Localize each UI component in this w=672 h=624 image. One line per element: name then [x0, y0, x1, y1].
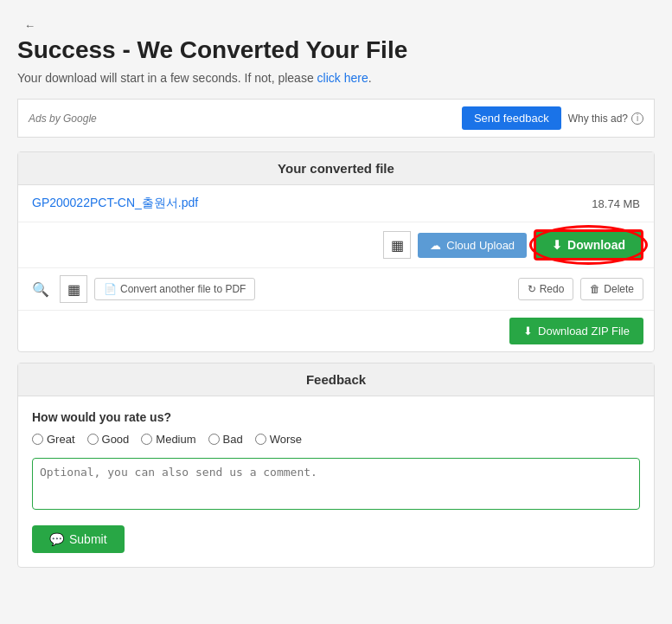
ads-label: Ads by Google — [29, 113, 97, 125]
rating-medium[interactable]: Medium — [141, 433, 195, 446]
download-zip-row: ⬇ Download ZIP File — [18, 311, 654, 351]
feedback-body: How would you rate us? Great Good Medium… — [18, 396, 654, 567]
search-button[interactable]: 🔍 — [29, 278, 53, 301]
why-ad-link[interactable]: Why this ad? i — [568, 113, 643, 125]
send-feedback-button[interactable]: Send feedback — [462, 106, 561, 130]
redo-button[interactable]: ↻ Redo — [518, 278, 574, 300]
comment-textarea[interactable] — [32, 458, 640, 510]
file-size: 18.74 MB — [592, 197, 640, 210]
ads-bar: Ads by Google Send feedback Why this ad?… — [17, 99, 655, 138]
rating-great[interactable]: Great — [32, 433, 75, 446]
feedback-header: Feedback — [18, 363, 654, 396]
subtitle: Your download will start in a few second… — [17, 71, 655, 85]
qr-symbol-bottom: ▦ — [67, 281, 80, 298]
qr-icon-bottom[interactable]: ▦ — [60, 275, 87, 303]
feedback-section: Feedback How would you rate us? Great Go… — [17, 363, 655, 568]
download-zip-button[interactable]: ⬇ Download ZIP File — [509, 318, 643, 344]
file-icon: 📄 — [104, 283, 117, 295]
page-title: Success - We Converted Your File — [17, 36, 655, 64]
qr-symbol: ▦ — [391, 237, 404, 254]
converted-header: Your converted file — [18, 152, 654, 185]
trash-icon: 🗑 — [590, 283, 600, 295]
cloud-icon: ☁ — [430, 239, 441, 252]
click-here-link[interactable]: click here — [317, 71, 368, 85]
action-row-bottom: 🔍 ▦ 📄 Convert another file to PDF ↻ Redo… — [18, 268, 654, 311]
rating-worse[interactable]: Worse — [255, 433, 302, 446]
search-icon: 🔍 — [32, 282, 49, 297]
radio-worse[interactable] — [255, 434, 266, 445]
back-arrow[interactable]: ← — [17, 16, 42, 35]
submit-icon: 💬 — [49, 532, 64, 546]
qr-icon-top[interactable]: ▦ — [383, 231, 411, 259]
submit-button[interactable]: 💬 Submit — [32, 525, 125, 553]
redo-icon: ↻ — [528, 283, 536, 295]
download-button[interactable]: ⬇ Download — [534, 229, 643, 261]
converted-section: Your converted file GP200022PCT-CN_출원서.p… — [17, 151, 655, 352]
file-name: GP200022PCT-CN_출원서.pdf — [32, 196, 198, 211]
delete-button[interactable]: 🗑 Delete — [580, 278, 643, 300]
left-actions: 🔍 ▦ 📄 Convert another file to PDF — [29, 275, 255, 303]
radio-good[interactable] — [87, 434, 99, 445]
action-row-top: ▦ ☁ Cloud Upload ⬇ Download — [18, 222, 654, 268]
rate-label: How would you rate us? — [32, 410, 640, 424]
zip-download-icon: ⬇ — [523, 325, 533, 338]
rating-bad[interactable]: Bad — [208, 433, 243, 446]
convert-another-button[interactable]: 📄 Convert another file to PDF — [94, 278, 255, 300]
radio-medium[interactable] — [141, 434, 152, 445]
info-icon: i — [631, 113, 643, 125]
right-actions: ↻ Redo 🗑 Delete — [518, 278, 643, 300]
file-row: GP200022PCT-CN_출원서.pdf 18.74 MB — [18, 185, 654, 222]
radio-bad[interactable] — [208, 434, 220, 445]
download-icon: ⬇ — [552, 238, 562, 252]
rating-good[interactable]: Good — [87, 433, 130, 446]
rating-radio-group: Great Good Medium Bad Worse — [32, 433, 640, 446]
cloud-upload-button[interactable]: ☁ Cloud Upload — [418, 233, 527, 258]
radio-great[interactable] — [32, 434, 43, 445]
